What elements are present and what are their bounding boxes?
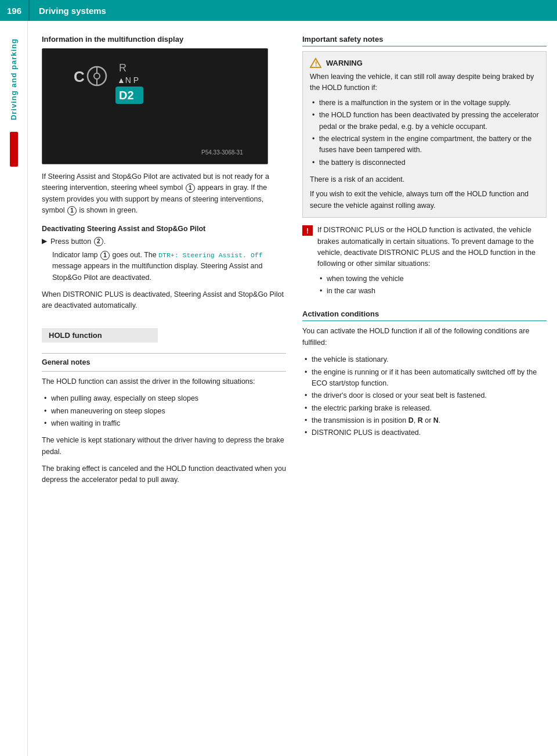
circle-ref-1c: 1: [100, 251, 110, 260]
hold-function-label: HOLD function: [42, 328, 158, 343]
note-box: ! If DISTRONIC PLUS or the HOLD function…: [302, 225, 547, 303]
note-para: If DISTRONIC PLUS or the HOLD function i…: [317, 225, 547, 270]
warning-header: ! WARNING: [310, 57, 539, 68]
warning-bullet-4: the battery is disconnected: [310, 157, 539, 168]
list-item-1: when pulling away, especially on steep s…: [42, 393, 286, 404]
svg-text:R: R: [119, 62, 126, 74]
page-body: Driving and parking Information in the m…: [0, 21, 557, 756]
activation-intro: You can activate the HOLD function if al…: [302, 326, 547, 348]
general-list: when pulling away, especially on steep s…: [42, 393, 286, 429]
note-text-block: If DISTRONIC PLUS or the HOLD function i…: [317, 225, 547, 303]
circle-ref-1b: 1: [67, 206, 77, 215]
warning-triangle-icon: !: [310, 57, 321, 68]
sidebar: Driving and parking: [0, 21, 28, 756]
act-bullet-4: the electric parking brake is released.: [302, 403, 547, 414]
right-column: Important safety notes ! WARNING When le…: [302, 35, 547, 742]
note-list: when towing the vehicle in the car wash: [317, 273, 547, 297]
sidebar-label: Driving and parking: [9, 38, 18, 120]
general-notes-heading: General notes: [42, 358, 286, 366]
divider-1: [42, 353, 286, 354]
act-bullet-1: the vehicle is stationary.: [302, 354, 547, 365]
list-item-3: when waiting in traffic: [42, 418, 286, 429]
warning-advice: If you wish to exit the vehicle, always …: [310, 189, 539, 211]
general-para: The HOLD function can assist the driver …: [42, 376, 286, 387]
step-1-text: Press button 2.: [50, 236, 106, 247]
warning-intro: When leaving the vehicle, it can still r…: [310, 71, 539, 94]
list-item-2: when maneuvering on steep slopes: [42, 406, 286, 417]
sidebar-marker: [10, 132, 18, 167]
svg-text:C: C: [74, 68, 85, 85]
warning-bullet-3: the electrical system in the engine comp…: [310, 134, 539, 156]
note-bullet-1: when towing the vehicle: [317, 273, 547, 285]
svg-text:P54.33-3068-31: P54.33-3068-31: [201, 149, 243, 156]
warning-list: there is a malfunction in the system or …: [310, 98, 539, 168]
cluster-inner: C R ▲N P D2 P54.33-306: [42, 49, 267, 164]
note-bullet-2: in the car wash: [317, 286, 547, 297]
body-para-2: When DISTRONIC PLUS is deactivated, Stee…: [42, 289, 286, 312]
body-para-1: If Steering Assist and Stop&Go Pilot are…: [42, 171, 286, 217]
warning-label: WARNING: [326, 59, 363, 67]
left-section-heading: Information in the multifunction display: [42, 35, 286, 44]
cluster-display-image: C R ▲N P D2 P54.33-306: [42, 48, 268, 164]
left-column: Information in the multifunction display…: [42, 35, 286, 742]
act-bullet-3: the driver's door is closed or your seat…: [302, 390, 547, 401]
warning-bullet-1: there is a malfunction in the system or …: [310, 98, 539, 109]
warning-bullet-2: the HOLD function has been deactivated b…: [310, 110, 539, 132]
body-para-3: The vehicle is kept stationary without t…: [42, 435, 286, 458]
step-1: ▶ Press button 2.: [42, 236, 286, 247]
svg-text:!: !: [315, 60, 317, 67]
activation-heading: Activation conditions: [302, 309, 547, 321]
svg-text:D2: D2: [119, 89, 134, 102]
circle-ref-1: 1: [186, 183, 195, 193]
activation-list: the vehicle is stationary. the engine is…: [302, 354, 547, 439]
act-bullet-6: DISTRONIC PLUS is deactivated.: [302, 427, 547, 438]
note-icon: !: [302, 225, 313, 236]
cluster-svg: C R ▲N P D2 P54.33-306: [50, 53, 259, 160]
step-arrow-1: ▶: [42, 237, 47, 245]
act-bullet-5: the transmission is in position D, R or …: [302, 415, 547, 426]
svg-text:▲N P: ▲N P: [117, 75, 139, 85]
body-para-4: The braking effect is canceled and the H…: [42, 463, 286, 486]
page-number: 196: [0, 0, 30, 21]
warning-risk: There is a risk of an accident.: [310, 174, 539, 185]
deactivating-heading: Deactivating Steering Assist and Stop&Go…: [42, 225, 286, 233]
step-2-text: Indicator lamp 1 goes out. The DTR+: Ste…: [42, 250, 286, 283]
circle-ref-2: 2: [94, 237, 103, 246]
mono-code: DTR+: Steering Assist. Off: [158, 251, 262, 259]
act-bullet-2: the engine is running or if it has been …: [302, 367, 547, 390]
main-content: Information in the multifunction display…: [28, 21, 557, 756]
divider-2: [42, 371, 286, 372]
important-safety-heading: Important safety notes: [302, 35, 547, 46]
page-title: Driving systems: [30, 6, 106, 16]
header-bar: 196 Driving systems: [0, 0, 557, 21]
warning-box: ! WARNING When leaving the vehicle, it c…: [302, 51, 547, 218]
